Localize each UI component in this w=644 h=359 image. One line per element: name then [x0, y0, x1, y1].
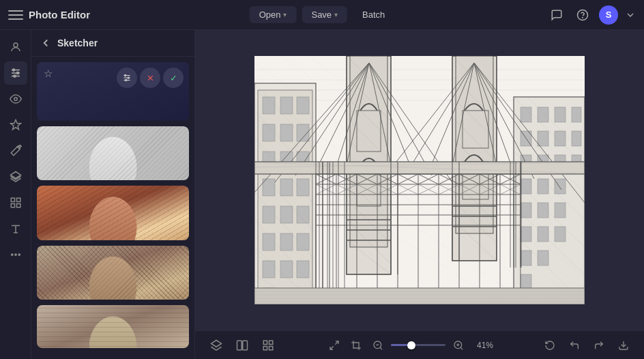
svg-rect-63	[521, 107, 531, 122]
svg-point-1	[583, 17, 583, 18]
zoom-percentage: 41%	[471, 341, 493, 350]
save-chevron: ▾	[334, 11, 338, 18]
svg-rect-45	[280, 206, 293, 223]
svg-line-241	[335, 341, 338, 345]
svg-rect-235	[237, 341, 242, 350]
chat-icon-button[interactable]	[547, 5, 566, 25]
panel-item-thumb-sketcher	[37, 126, 189, 181]
layers-toggle-button[interactable]	[206, 335, 226, 356]
thumb-partial-face	[89, 312, 137, 348]
svg-rect-85	[538, 250, 548, 265]
svg-rect-12	[11, 198, 14, 201]
zoom-slider[interactable]	[391, 344, 445, 346]
open-chevron: ▾	[283, 11, 287, 18]
svg-rect-240	[269, 346, 273, 349]
open-button[interactable]: Open ▾	[250, 6, 297, 23]
svg-rect-81	[521, 227, 531, 242]
menu-icon[interactable]	[8, 8, 23, 23]
panel-back-button[interactable]	[40, 37, 52, 49]
svg-rect-36	[280, 124, 293, 141]
svg-rect-78	[521, 203, 531, 218]
save-button[interactable]: Save ▾	[302, 6, 347, 23]
active-item-preview: ☆ ✕ ✓	[37, 62, 189, 121]
help-icon-button[interactable]	[573, 5, 592, 25]
zoom-in-button[interactable]	[450, 336, 467, 354]
open-label: Open	[259, 10, 281, 20]
svg-rect-239	[263, 346, 267, 349]
svg-rect-43	[297, 179, 309, 196]
zoom-controls: 41%	[325, 336, 493, 354]
svg-rect-238	[269, 341, 273, 344]
svg-point-7	[16, 72, 18, 74]
svg-rect-46	[297, 206, 309, 223]
fit-to-screen-button[interactable]	[325, 336, 343, 354]
save-label: Save	[311, 10, 332, 20]
svg-point-22	[125, 74, 126, 76]
svg-rect-14	[11, 204, 14, 207]
panel-item-thumb-color	[37, 186, 189, 240]
icon-rail	[0, 30, 31, 359]
topbar-right: S	[547, 5, 636, 25]
rail-icon-more[interactable]	[4, 243, 27, 266]
bridge-sketch-image	[254, 56, 585, 304]
panel-item-active-sketcher[interactable]: ☆ ✕ ✓	[37, 62, 189, 121]
crop-button[interactable]	[347, 336, 365, 354]
svg-point-8	[14, 75, 16, 77]
batch-button[interactable]: Batch	[353, 6, 394, 23]
rail-icon-effects[interactable]	[4, 113, 27, 137]
svg-marker-234	[211, 340, 222, 347]
svg-rect-80	[555, 203, 566, 218]
svg-rect-82	[538, 227, 548, 242]
svg-rect-48	[280, 233, 293, 250]
topbar: Photo Editor Open ▾ Save ▾ Batch S	[0, 0, 644, 30]
thumb-crosshatch-face	[89, 253, 137, 300]
svg-line-244	[380, 347, 382, 349]
star-icon[interactable]: ☆	[44, 68, 53, 80]
panel-header: Sketcher	[31, 30, 194, 57]
settings-button[interactable]	[117, 68, 137, 88]
panel-item-thumb-crosshatch	[37, 246, 189, 300]
svg-rect-33	[280, 97, 293, 114]
svg-line-242	[330, 346, 334, 349]
svg-point-24	[126, 79, 127, 81]
compare-button[interactable]	[232, 335, 252, 356]
svg-rect-83	[555, 227, 566, 242]
avatar[interactable]: S	[599, 5, 618, 25]
panel-item-crosshatch[interactable]: Cross Hatch GFX AI	[37, 246, 189, 300]
rail-icon-cube[interactable]	[4, 191, 27, 214]
panel-item-color-sketch[interactable]: Color Sketch GFX AI	[37, 186, 189, 240]
zoom-out-button[interactable]	[369, 336, 387, 354]
panel-item-thumb-partial	[37, 305, 189, 348]
svg-point-18	[18, 254, 20, 255]
confirm-button[interactable]: ✓	[163, 68, 184, 88]
panel-item-sketcher-gfx[interactable]: Sketcher GFX AI	[37, 126, 189, 181]
svg-rect-51	[280, 261, 293, 278]
svg-rect-84	[521, 250, 531, 265]
rail-icon-person[interactable]	[4, 35, 27, 59]
main-area: Sketcher ☆ ✕ ✓	[0, 30, 644, 359]
svg-rect-47	[263, 233, 275, 250]
rail-icon-text[interactable]	[4, 217, 27, 240]
svg-rect-32	[263, 97, 275, 114]
rail-icon-wand[interactable]	[4, 139, 27, 162]
svg-rect-76	[538, 179, 548, 194]
rail-icon-layers[interactable]	[4, 165, 27, 188]
expand-button[interactable]	[625, 10, 636, 20]
svg-point-2	[14, 43, 18, 47]
redo-button[interactable]	[589, 336, 609, 355]
svg-rect-79	[538, 203, 548, 218]
restore-button[interactable]	[540, 336, 559, 355]
rail-icon-sliders[interactable]	[4, 61, 27, 85]
thumb-color-img	[37, 186, 189, 240]
svg-rect-236	[243, 341, 248, 350]
panel-item-partial[interactable]	[37, 305, 189, 348]
thumb-color-face	[89, 192, 137, 240]
undo-button[interactable]	[565, 336, 584, 355]
download-button[interactable]	[614, 336, 633, 355]
grid-button[interactable]	[258, 335, 278, 356]
cancel-button[interactable]: ✕	[140, 68, 160, 88]
svg-line-247	[460, 347, 463, 349]
svg-rect-69	[555, 131, 566, 146]
svg-point-9	[14, 98, 17, 101]
rail-icon-eye[interactable]	[4, 87, 27, 111]
